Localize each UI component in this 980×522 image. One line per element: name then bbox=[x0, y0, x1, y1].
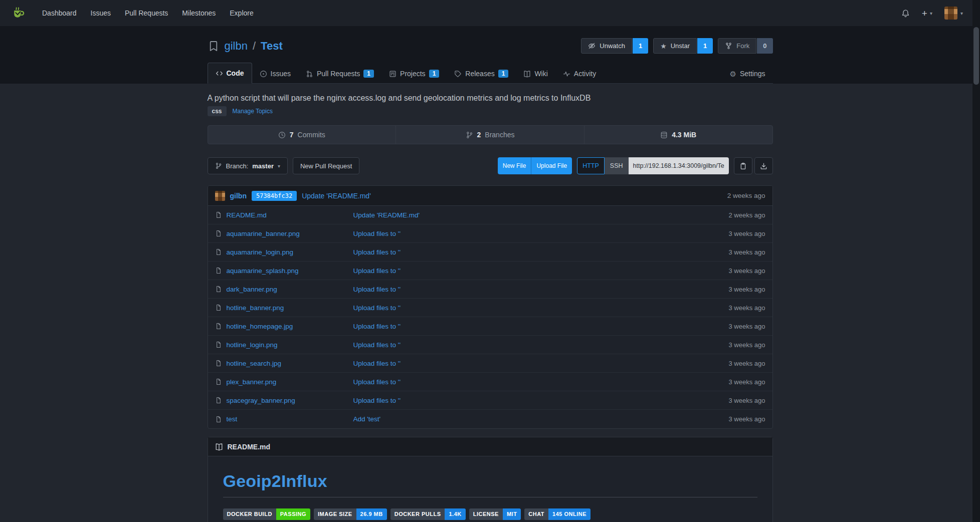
copy-url-button[interactable] bbox=[734, 157, 752, 174]
file-name-link[interactable]: aquamarine_banner.png bbox=[227, 230, 300, 237]
gitea-logo[interactable] bbox=[11, 6, 26, 21]
tab-settings[interactable]: ⚙ Settings bbox=[722, 64, 772, 84]
navbar-item[interactable]: Pull Requests bbox=[118, 0, 175, 26]
bell-icon bbox=[901, 9, 910, 18]
commit-sha-badge[interactable]: 57384bfc32 bbox=[252, 191, 297, 201]
create-new-button[interactable]: + ▾ bbox=[922, 9, 932, 18]
tab-releases[interactable]: Releases 1 bbox=[447, 64, 516, 84]
file-name-link[interactable]: dark_banner.png bbox=[227, 286, 277, 293]
history-icon bbox=[278, 131, 286, 139]
file-name-link[interactable]: spacegray_banner.png bbox=[227, 397, 295, 404]
file-name-link[interactable]: hotline_homepage.jpg bbox=[227, 323, 293, 330]
readme-badge[interactable]: LICENSE MIT bbox=[469, 508, 521, 520]
file-commit-message-link[interactable]: Upload files to '' bbox=[353, 230, 401, 237]
navbar-item[interactable]: Explore bbox=[223, 0, 260, 26]
navbar-item[interactable]: Dashboard bbox=[35, 0, 84, 26]
fork-count[interactable]: 0 bbox=[757, 38, 772, 54]
file-commit-message-link[interactable]: Upload files to '' bbox=[353, 267, 401, 275]
ssh-protocol-button[interactable]: SSH bbox=[605, 157, 629, 174]
file-name-link[interactable]: aquamarine_login.png bbox=[227, 248, 294, 256]
scrollbar[interactable] bbox=[972, 0, 980, 522]
file-age: 3 weeks ago bbox=[729, 230, 765, 237]
user-menu[interactable]: ▾ bbox=[944, 7, 963, 20]
readme-badge[interactable]: CHAT 145 ONLINE bbox=[524, 508, 591, 520]
http-protocol-button[interactable]: HTTP bbox=[577, 157, 605, 174]
file-icon bbox=[215, 248, 222, 255]
file-age: 3 weeks ago bbox=[729, 397, 765, 404]
readme-body: Geoip2Influx DOCKER BUILD PASSING IMAGE … bbox=[208, 456, 772, 522]
file-name-link[interactable]: README.md bbox=[227, 211, 267, 219]
upload-file-button[interactable]: Upload File bbox=[531, 157, 572, 174]
plus-icon: + bbox=[922, 9, 927, 18]
file-commit-message-link[interactable]: Upload files to '' bbox=[353, 286, 401, 293]
file-commit-message-link[interactable]: Upload files to '' bbox=[353, 397, 401, 404]
repo-owner-link[interactable]: gilbn bbox=[225, 40, 248, 53]
commit-message-link[interactable]: Update 'README.md' bbox=[302, 192, 371, 200]
file-name-link[interactable]: test bbox=[227, 415, 238, 423]
readme-badge[interactable]: DOCKER PULLS 1.4K bbox=[390, 508, 466, 520]
tab-wiki[interactable]: Wiki bbox=[516, 64, 555, 84]
commits-stat[interactable]: 7 Commits bbox=[208, 126, 396, 144]
branch-selector[interactable]: Branch: master ▾ bbox=[208, 157, 288, 174]
file-commit-message-link[interactable]: Update 'README.md' bbox=[353, 211, 420, 219]
tab-issues[interactable]: Issues bbox=[252, 64, 298, 84]
pull-request-icon bbox=[306, 70, 313, 78]
file-name-link[interactable]: hotline_login.png bbox=[227, 341, 278, 349]
unwatch-button[interactable]: Unwatch bbox=[581, 38, 632, 54]
scrollbar-thumb[interactable] bbox=[973, 27, 979, 85]
fork-button[interactable]: Fork bbox=[718, 38, 756, 54]
unstar-button[interactable]: ★ Unstar bbox=[653, 38, 697, 54]
readme-badge[interactable]: DOCKER BUILD PASSING bbox=[223, 508, 311, 520]
repo-name-link[interactable]: Test bbox=[261, 40, 283, 53]
book-icon bbox=[215, 443, 223, 451]
file-commit-message-link[interactable]: Upload files to '' bbox=[353, 360, 401, 367]
navbar-item[interactable]: Issues bbox=[84, 0, 118, 26]
file-commit-message-link[interactable]: Upload files to '' bbox=[353, 304, 401, 312]
watch-count[interactable]: 1 bbox=[633, 38, 648, 54]
clone-url-group: HTTP SSH bbox=[577, 157, 728, 174]
file-commit-message-link[interactable]: Upload files to '' bbox=[353, 323, 401, 330]
notifications-button[interactable] bbox=[901, 9, 910, 18]
manage-topics-link[interactable]: Manage Topics bbox=[233, 108, 273, 115]
file-icon bbox=[215, 304, 222, 311]
branches-stat[interactable]: 2 Branches bbox=[396, 126, 584, 144]
tab-projects[interactable]: Projects 1 bbox=[381, 64, 447, 84]
repo-icon bbox=[208, 40, 220, 52]
file-name-link[interactable]: hotline_search.jpg bbox=[227, 360, 282, 367]
watch-group: Unwatch 1 bbox=[581, 38, 648, 54]
topic-chip[interactable]: css bbox=[208, 106, 227, 116]
clone-url-input[interactable] bbox=[629, 157, 729, 174]
tab-code[interactable]: Code bbox=[208, 63, 252, 84]
table-row: test Add 'test' 3 weeks ago bbox=[208, 410, 772, 428]
download-icon bbox=[760, 162, 767, 170]
tab-activity[interactable]: Activity bbox=[555, 64, 604, 84]
file-age: 3 weeks ago bbox=[729, 341, 765, 349]
file-commit-message-link[interactable]: Add 'test' bbox=[353, 415, 381, 423]
new-file-button[interactable]: New File bbox=[498, 157, 531, 174]
new-pull-request-button[interactable]: New Pull Request bbox=[293, 157, 359, 174]
file-name-link[interactable]: plex_banner.png bbox=[227, 378, 277, 386]
file-commit-message-link[interactable]: Upload files to '' bbox=[353, 378, 401, 386]
tab-badge: 1 bbox=[363, 70, 374, 78]
eye-slash-icon bbox=[588, 42, 596, 50]
table-row: spacegray_banner.png Upload files to '' … bbox=[208, 391, 772, 410]
readme-panel: README.md Geoip2Influx DOCKER BUILD PASS… bbox=[208, 437, 773, 522]
commit-author-link[interactable]: gilbn bbox=[230, 192, 247, 200]
latest-commit-bar: gilbn 57384bfc32 Update 'README.md' 2 we… bbox=[208, 186, 772, 206]
star-count[interactable]: 1 bbox=[697, 38, 713, 54]
tab-pull-requests[interactable]: Pull Requests 1 bbox=[298, 64, 381, 84]
readme-badge[interactable]: IMAGE SIZE 26.9 MB bbox=[314, 508, 387, 520]
repo-size-stat[interactable]: 4.3 MiB bbox=[584, 126, 772, 144]
file-commit-message-link[interactable]: Upload files to '' bbox=[353, 341, 401, 349]
file-name-link[interactable]: aquamarine_splash.png bbox=[227, 267, 299, 275]
star-icon: ★ bbox=[660, 43, 667, 50]
download-button[interactable] bbox=[754, 157, 773, 174]
commit-age: 2 weeks ago bbox=[727, 192, 765, 199]
file-commit-message-link[interactable]: Upload files to '' bbox=[353, 248, 401, 256]
navbar-item[interactable]: Milestones bbox=[175, 0, 223, 26]
readme-badges-row1: DOCKER BUILD PASSING IMAGE SIZE 26.9 MB … bbox=[223, 508, 757, 520]
gitea-logo-icon bbox=[11, 6, 26, 21]
commit-author-avatar[interactable] bbox=[215, 191, 225, 201]
file-name-link[interactable]: hotline_banner.png bbox=[227, 304, 284, 312]
book-icon bbox=[523, 70, 531, 78]
